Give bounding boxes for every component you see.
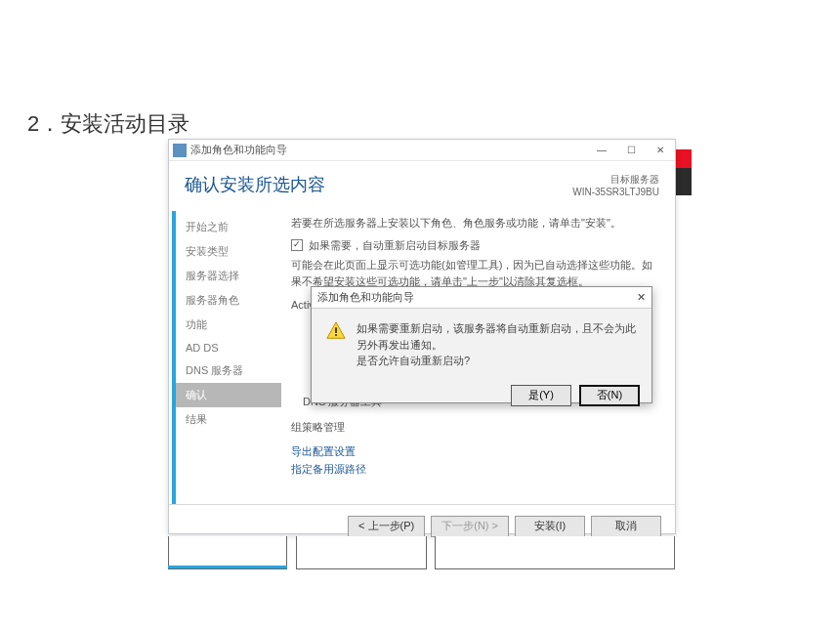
doc-heading: 2．安装活动目录	[27, 109, 189, 139]
sidebar-item-server-selection[interactable]: 服务器选择	[176, 264, 281, 288]
dialog-body: 如果需要重新启动，该服务器将自动重新启动，且不会为此另外再发出通知。 是否允许自…	[312, 309, 651, 379]
svg-rect-0	[335, 327, 337, 333]
optional-features-warning: 可能会在此页面上显示可选功能(如管理工具)，因为已自动选择这些功能。如果不希望安…	[291, 257, 657, 289]
restart-confirm-dialog: 添加角色和功能向导 ✕ 如果需要重新启动，该服务器将自动重新启动，且不会为此另外…	[311, 286, 652, 403]
next-button: 下一步(N) >	[431, 516, 509, 537]
app-icon	[173, 144, 187, 157]
sidebar-item-dns[interactable]: DNS 服务器	[176, 358, 281, 383]
minimize-button[interactable]: —	[587, 140, 616, 161]
background-window-fragment	[674, 168, 692, 195]
install-button[interactable]: 安装(I)	[515, 516, 585, 537]
restart-checkbox[interactable]: ✓	[291, 239, 303, 251]
sidebar-item-confirmation[interactable]: 确认	[176, 383, 281, 407]
dialog-message-line1: 如果需要重新启动，该服务器将自动重新启动，且不会为此另外再发出通知。	[357, 322, 636, 351]
sidebar-item-ad-ds[interactable]: AD DS	[176, 337, 281, 358]
window-control-group: — ☐ ✕	[587, 140, 675, 161]
no-button[interactable]: 否(N)	[579, 385, 640, 406]
sidebar-item-features[interactable]: 功能	[176, 313, 281, 337]
sidebar-item-before-begin[interactable]: 开始之前	[176, 215, 281, 239]
instruction-text: 若要在所选服务器上安装以下角色、角色服务或功能，请单击"安装"。	[291, 215, 657, 231]
lower-panel-accent	[168, 566, 287, 568]
titlebar: 添加角色和功能向导 — ☐ ✕	[169, 140, 675, 161]
alt-source-link[interactable]: 指定备用源路径	[291, 461, 657, 478]
dialog-title: 添加角色和功能向导	[317, 290, 414, 305]
export-config-link[interactable]: 导出配置设置	[291, 443, 657, 460]
lower-panel-mid	[296, 536, 427, 569]
close-button[interactable]: ✕	[646, 140, 675, 161]
window-title: 添加角色和功能向导	[190, 143, 287, 157]
yes-button[interactable]: 是(Y)	[511, 385, 571, 406]
previous-button[interactable]: < 上一步(P)	[348, 516, 425, 537]
warning-icon	[325, 320, 347, 342]
cancel-button[interactable]: 取消	[591, 516, 661, 537]
sidebar-item-server-roles[interactable]: 服务器角色	[176, 288, 281, 313]
maximize-button[interactable]: ☐	[616, 140, 646, 161]
server-label: 目标服务器	[572, 173, 659, 187]
restart-checkbox-row: ✓ 如果需要，自动重新启动目标服务器	[291, 237, 657, 254]
sidebar-item-results[interactable]: 结果	[176, 407, 281, 432]
page-title: 确认安装所选内容	[185, 173, 325, 196]
dialog-titlebar: 添加角色和功能向导 ✕	[312, 287, 651, 309]
lower-panel-right-text	[441, 539, 542, 555]
server-name: WIN-35SR3LTJ9BU	[572, 187, 659, 197]
dialog-message: 如果需要重新启动，该服务器将自动重新启动，且不会为此另外再发出通知。 是否允许自…	[357, 320, 638, 369]
wizard-sidebar: 开始之前 安装类型 服务器选择 服务器角色 功能 AD DS DNS 服务器 确…	[172, 211, 281, 504]
dialog-close-button[interactable]: ✕	[637, 291, 646, 304]
dialog-footer: 是(Y) 否(N)	[312, 379, 651, 416]
sidebar-item-install-type[interactable]: 安装类型	[176, 239, 281, 264]
background-close-button	[674, 149, 692, 169]
feature-gpo: 组策略管理	[291, 419, 657, 436]
links-area: 导出配置设置 指定备用源路径	[291, 443, 657, 478]
server-info: 目标服务器 WIN-35SR3LTJ9BU	[572, 173, 659, 197]
dialog-message-line2: 是否允许自动重新启动?	[357, 355, 470, 366]
svg-rect-1	[335, 334, 337, 336]
wizard-header: 确认安装所选内容 目标服务器 WIN-35SR3LTJ9BU	[169, 161, 675, 211]
lower-panel-left-inset	[173, 539, 191, 558]
restart-checkbox-label: 如果需要，自动重新启动目标服务器	[309, 237, 481, 254]
